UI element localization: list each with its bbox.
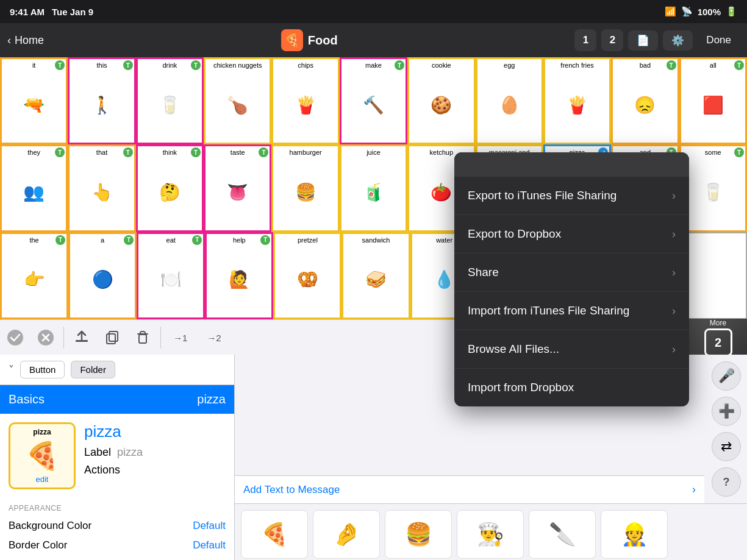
page-1-arrow-button[interactable]: →1: [163, 329, 197, 347]
cell-sandwich[interactable]: sandwich 🥪: [341, 232, 410, 319]
cell-chicken-nuggets[interactable]: chicken nuggets 🍗: [204, 57, 271, 144]
cell-label: chicken nuggets: [213, 62, 262, 69]
cell-they[interactable]: they 👥 T: [0, 144, 68, 232]
menu-item-export-dropbox[interactable]: Export to Dropbox ›: [454, 215, 689, 253]
chevron-right-icon: ›: [672, 266, 676, 279]
cell-all[interactable]: all 🟥 T: [679, 57, 747, 144]
cell-badge: T: [191, 60, 201, 70]
cell-icon: 🍟: [295, 69, 316, 140]
add-text-row[interactable]: Add Text to Message ›: [235, 475, 704, 503]
cell-label: the: [29, 236, 38, 244]
mic-button[interactable]: 🎤: [712, 361, 741, 391]
menu-item-import-itunes[interactable]: Import from iTunes File Sharing ›: [454, 292, 689, 330]
copy-button[interactable]: [97, 324, 127, 351]
cell-icon: 🟥: [702, 69, 724, 140]
folder-type-button[interactable]: Folder: [71, 361, 115, 378]
chevron-right-icon: ›: [672, 228, 676, 241]
strip-image-pizza[interactable]: 🍕: [241, 510, 308, 559]
back-chevron-icon: ‹: [7, 34, 11, 47]
svg-rect-4: [76, 340, 88, 342]
settings-button[interactable]: ⚙️: [663, 30, 693, 51]
strip-image-worker[interactable]: 👷: [601, 510, 668, 559]
edit-button[interactable]: edit: [36, 475, 49, 484]
button-type-button[interactable]: Button: [20, 361, 65, 378]
menu-item-share[interactable]: Share ›: [454, 253, 689, 292]
cell-icon: 🧃: [363, 157, 384, 228]
cell-drink[interactable]: drink 🥛 T: [136, 57, 204, 144]
cell-cookie[interactable]: cookie 🍪: [407, 57, 475, 144]
toolbar-separator-2: [160, 327, 161, 349]
menu-item-import-dropbox[interactable]: Import from Dropbox: [454, 369, 689, 406]
cell-badge: T: [395, 60, 404, 70]
cell-icon: 🥪: [365, 244, 387, 315]
check-button[interactable]: [0, 324, 30, 351]
cell-chips[interactable]: chips 🍟: [271, 57, 339, 144]
import-button[interactable]: [66, 324, 97, 351]
right-action-buttons: 🎤 ➕ ⇄ ?: [712, 361, 741, 497]
page-2-button[interactable]: 2: [601, 29, 623, 51]
bg-color-label: Background Color: [9, 520, 91, 532]
swap-button[interactable]: ⇄: [712, 432, 741, 461]
cell-bad[interactable]: bad 😞 T: [611, 57, 679, 144]
cell-icon: 🔫: [23, 69, 45, 140]
delete-button[interactable]: [127, 324, 158, 351]
cell-label: juice: [366, 149, 381, 157]
cell-a[interactable]: a 🔵 T: [68, 232, 137, 319]
chevron-down-icon[interactable]: ˅: [9, 363, 14, 377]
cell-label: some: [705, 149, 721, 157]
bg-color-value[interactable]: Default: [193, 520, 226, 532]
cell-badge: T: [734, 60, 744, 70]
cell-it[interactable]: it 🔫 T: [0, 57, 68, 144]
menu-item-browse-files[interactable]: Browse All Files... ›: [454, 330, 689, 369]
pages-icon-button[interactable]: 📄: [628, 30, 658, 51]
border-color-value[interactable]: Default: [193, 539, 226, 551]
wifi-icon: 📶: [665, 6, 676, 17]
menu-item-export-itunes[interactable]: Export to iTunes File Sharing ›: [454, 177, 689, 215]
cell-this[interactable]: this 🚶 T: [68, 57, 135, 144]
cell-hamburger[interactable]: hamburger 🍔: [271, 144, 339, 232]
strip-image-chef[interactable]: 👨‍🍳: [457, 510, 524, 559]
cell-icon: 🥛: [159, 69, 180, 140]
done-button[interactable]: Done: [698, 30, 740, 50]
cell-icon: 🍟: [567, 69, 588, 140]
cell-label: chips: [298, 62, 313, 69]
strip-image-gesture[interactable]: 🤌: [313, 510, 380, 559]
strip-image-knife[interactable]: 🔪: [529, 510, 596, 559]
basics-row[interactable]: Basics pizza: [0, 385, 234, 414]
pizza-thumbnail[interactable]: pizza 🍕 edit: [9, 422, 76, 489]
help-button[interactable]: ?: [712, 467, 741, 497]
cell-that[interactable]: that 👆 T: [68, 144, 135, 232]
battery-status: 100%: [698, 7, 721, 17]
cell-juice[interactable]: juice 🧃: [340, 144, 407, 232]
cell-label: it: [32, 62, 36, 69]
cell-make[interactable]: make 🔨 T: [340, 57, 407, 144]
add-button[interactable]: ➕: [712, 397, 741, 426]
cell-badge: T: [191, 147, 201, 157]
cell-the[interactable]: the 👉 T: [0, 232, 68, 319]
label-value: pizza: [117, 446, 143, 459]
cell-some[interactable]: some 🥛 T: [679, 144, 747, 232]
more-button[interactable]: More 2: [689, 319, 747, 356]
page-2-arrow-button[interactable]: →2: [197, 329, 231, 347]
no-button[interactable]: [30, 324, 61, 351]
cell-help[interactable]: help 🙋 T: [205, 232, 273, 319]
cell-icon: 🍗: [227, 69, 248, 140]
cell-label: ketchup: [430, 149, 454, 157]
svg-rect-5: [107, 334, 115, 344]
actions-label: Actions: [84, 464, 226, 477]
strip-image-burger[interactable]: 🍔: [385, 510, 452, 559]
status-time: 9:41 AM: [10, 7, 45, 17]
cell-french-fries[interactable]: french fries 🍟: [543, 57, 611, 144]
page-1-button[interactable]: 1: [574, 29, 596, 51]
cell-pretzel[interactable]: pretzel 🥨: [273, 232, 341, 319]
cell-taste[interactable]: taste 👅 T: [204, 144, 271, 232]
cell-icon: 🥚: [499, 69, 520, 140]
cell-icon: 🥨: [297, 244, 318, 315]
cell-egg[interactable]: egg 🥚: [476, 57, 543, 144]
cell-label: french fries: [560, 62, 593, 69]
cell-badge: T: [55, 147, 65, 157]
back-button[interactable]: ‹ Home: [7, 34, 44, 47]
cell-eat[interactable]: eat 🍽️ T: [137, 232, 205, 319]
cell-icon: 😞: [634, 69, 656, 140]
cell-think[interactable]: think 🤔 T: [136, 144, 204, 232]
